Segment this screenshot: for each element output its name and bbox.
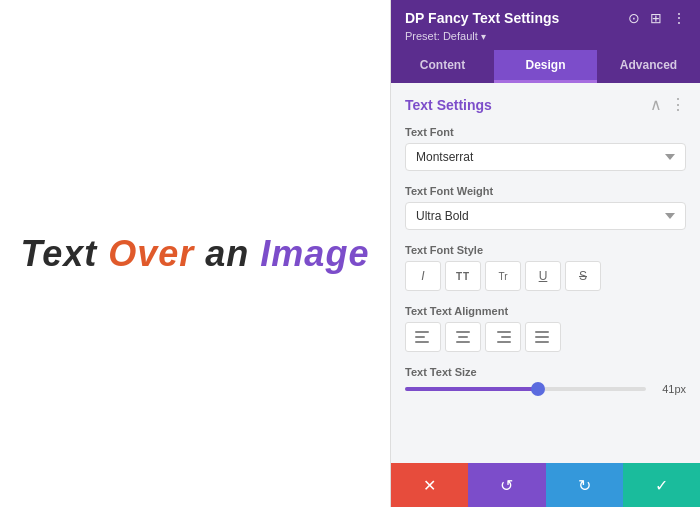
- save-button[interactable]: ✓: [623, 463, 700, 507]
- line: [501, 336, 511, 338]
- panel-header-icons: ⊙ ⊞ ⋮: [628, 10, 686, 26]
- italic-btn[interactable]: I: [405, 261, 441, 291]
- align-right-icon: [495, 331, 511, 343]
- section-header: Text Settings ∧ ⋮: [405, 95, 686, 114]
- underline-btn[interactable]: U: [525, 261, 561, 291]
- panel-footer: ✕ ↺ ↻ ✓: [391, 463, 700, 507]
- line: [415, 331, 429, 333]
- size-label: Text Text Size: [405, 366, 686, 378]
- more-icon[interactable]: ⋮: [672, 10, 686, 26]
- weight-label: Text Font Weight: [405, 185, 686, 197]
- panel-body: Text Settings ∧ ⋮ Text Font Montserrat O…: [391, 83, 700, 463]
- section-controls: ∧ ⋮: [650, 95, 686, 114]
- grid-icon[interactable]: ⊞: [650, 10, 662, 26]
- line: [497, 331, 511, 333]
- collapse-icon[interactable]: ∧: [650, 95, 662, 114]
- discard-button[interactable]: ✕: [391, 463, 468, 507]
- settings-panel: DP Fancy Text Settings ⊙ ⊞ ⋮ Preset: Def…: [390, 0, 700, 507]
- slider-thumb[interactable]: [531, 382, 545, 396]
- section-title: Text Settings: [405, 97, 492, 113]
- weight-select[interactable]: Ultra Bold Bold Regular Light: [405, 202, 686, 230]
- panel-header: DP Fancy Text Settings ⊙ ⊞ ⋮ Preset: Def…: [391, 0, 700, 50]
- align-left-icon: [415, 331, 431, 343]
- line: [456, 341, 470, 343]
- text-word-text: Text: [21, 233, 98, 274]
- line: [456, 331, 470, 333]
- canvas-area: Text Over an Image: [0, 0, 390, 507]
- align-label: Text Text Alignment: [405, 305, 686, 317]
- slider-row: 41px: [405, 383, 686, 395]
- text-word-over: Over: [97, 233, 194, 274]
- line: [535, 336, 549, 338]
- text-word-image: Image: [249, 233, 369, 274]
- align-justify-icon: [535, 331, 551, 343]
- panel-tabs: Content Design Advanced: [391, 50, 700, 83]
- align-center-icon: [455, 331, 471, 343]
- style-field-group: Text Font Style I TT Tr U S: [405, 244, 686, 291]
- slider-fill: [405, 387, 538, 391]
- align-field-group: Text Text Alignment: [405, 305, 686, 352]
- panel-title: DP Fancy Text Settings: [405, 10, 559, 26]
- strikethrough-btn[interactable]: S: [565, 261, 601, 291]
- align-right-btn[interactable]: [485, 322, 521, 352]
- tab-design[interactable]: Design: [494, 50, 597, 83]
- redo-button[interactable]: ↻: [546, 463, 623, 507]
- line: [458, 336, 468, 338]
- slider-wrapper: [405, 387, 646, 391]
- font-label: Text Font: [405, 126, 686, 138]
- weight-field-group: Text Font Weight Ultra Bold Bold Regular…: [405, 185, 686, 230]
- tab-content[interactable]: Content: [391, 50, 494, 83]
- font-select[interactable]: Montserrat Open Sans Roboto Lato: [405, 143, 686, 171]
- line: [415, 336, 425, 338]
- panel-preset[interactable]: Preset: Default: [405, 30, 686, 42]
- slider-track: [405, 387, 646, 391]
- line: [535, 331, 549, 333]
- style-label: Text Font Style: [405, 244, 686, 256]
- tab-advanced[interactable]: Advanced: [597, 50, 700, 83]
- size-field-group: Text Text Size 41px: [405, 366, 686, 395]
- line: [497, 341, 511, 343]
- align-buttons: [405, 322, 686, 352]
- style-buttons: I TT Tr U S: [405, 261, 686, 291]
- uppercase-btn[interactable]: TT: [445, 261, 481, 291]
- line: [535, 341, 549, 343]
- align-left-btn[interactable]: [405, 322, 441, 352]
- slider-value: 41px: [656, 383, 686, 395]
- align-center-btn[interactable]: [445, 322, 481, 352]
- align-justify-btn[interactable]: [525, 322, 561, 352]
- undo-button[interactable]: ↺: [468, 463, 545, 507]
- text-word-an: an: [194, 233, 249, 274]
- line: [415, 341, 429, 343]
- section-more-icon[interactable]: ⋮: [670, 95, 686, 114]
- panel-header-top: DP Fancy Text Settings ⊙ ⊞ ⋮: [405, 10, 686, 26]
- fancy-text: Text Over an Image: [21, 233, 370, 275]
- capitalize-btn[interactable]: Tr: [485, 261, 521, 291]
- settings-icon[interactable]: ⊙: [628, 10, 640, 26]
- font-field-group: Text Font Montserrat Open Sans Roboto La…: [405, 126, 686, 171]
